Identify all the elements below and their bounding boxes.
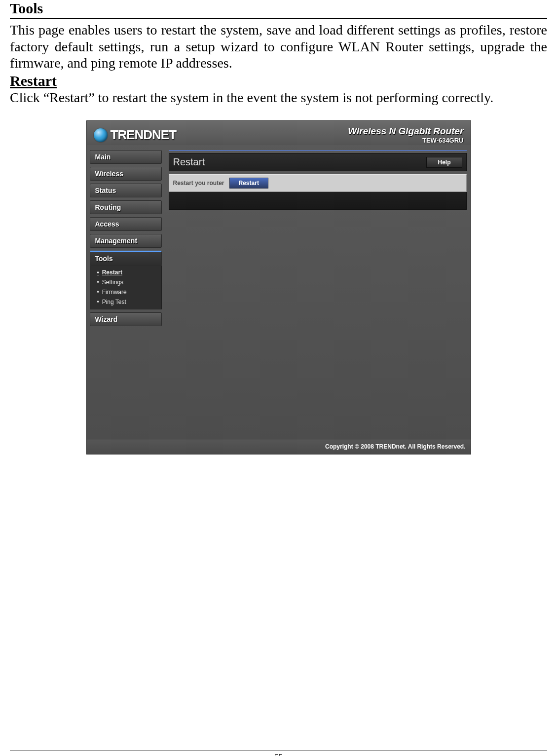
globe-icon [94, 128, 108, 142]
product-model: TEW-634GRU [348, 137, 463, 144]
product-header: Wireless N Gigabit Router TEW-634GRU [348, 126, 463, 144]
page-number: 55 [274, 752, 283, 756]
content-area: Restart Help Restart you router Restart [165, 148, 471, 331]
router-header: TRENDNET Wireless N Gigabit Router TEW-6… [87, 121, 471, 145]
subnav-label: Ping Test [102, 299, 126, 305]
screenshot-figure: TRENDNET Wireless N Gigabit Router TEW-6… [10, 120, 547, 454]
nav-wireless[interactable]: Wireless [90, 167, 162, 181]
restart-button[interactable]: Restart [229, 178, 268, 189]
bullet-icon: • [97, 279, 99, 286]
bullet-icon: • [97, 289, 99, 296]
content-title: Restart [173, 156, 205, 168]
tools-submenu: •Restart •Settings •Firmware •Ping Test [90, 265, 162, 309]
section-title: Tools [10, 0, 547, 19]
content-header: Restart Help [169, 153, 467, 171]
content-divider [169, 150, 467, 151]
subnav-firmware[interactable]: •Firmware [90, 287, 161, 297]
help-button[interactable]: Help [426, 157, 462, 168]
bullet-icon: • [97, 299, 99, 305]
intro-paragraph: This page enables users to restart the s… [10, 22, 547, 72]
subnav-settings[interactable]: •Settings [90, 277, 161, 287]
restart-row: Restart you router Restart [169, 174, 467, 192]
nav-main[interactable]: Main [90, 150, 162, 164]
nav-management[interactable]: Management [90, 234, 162, 248]
content-empty-region [169, 192, 467, 210]
subnav-label: Settings [102, 279, 123, 286]
router-admin-window: TRENDNET Wireless N Gigabit Router TEW-6… [86, 120, 471, 454]
subnav-ping-test[interactable]: •Ping Test [90, 297, 161, 307]
restart-paragraph: Click “Restart” to restart the system in… [10, 89, 547, 106]
subnav-label: Restart [102, 269, 122, 276]
product-title: Wireless N Gigabit Router [348, 126, 463, 137]
nav-wizard[interactable]: Wizard [90, 312, 162, 326]
subnav-label: Firmware [102, 289, 127, 296]
router-body: Main Wireless Status Routing Access Mana… [87, 145, 471, 331]
nav-access[interactable]: Access [90, 217, 162, 231]
page-number-footer: 55 [10, 751, 547, 756]
nav-routing[interactable]: Routing [90, 200, 162, 214]
restart-row-label: Restart you router [173, 180, 224, 187]
restart-subtitle: Restart [10, 73, 547, 89]
nav-status[interactable]: Status [90, 184, 162, 197]
subnav-restart[interactable]: •Restart [90, 267, 161, 277]
nav-tools[interactable]: Tools [90, 251, 162, 265]
brand-name: TRENDNET [111, 127, 177, 143]
router-footer: Copyright © 2008 TRENDnet. All Rights Re… [87, 440, 471, 454]
bullet-icon: • [97, 269, 99, 276]
brand-logo: TRENDNET [94, 127, 177, 143]
sidebar-nav: Main Wireless Status Routing Access Mana… [87, 148, 165, 331]
